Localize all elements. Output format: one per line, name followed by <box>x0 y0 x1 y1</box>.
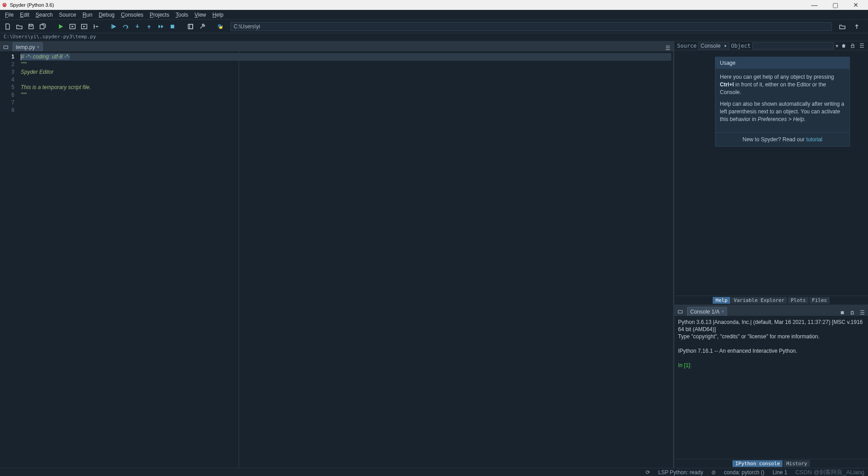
console-tab-label: Console 1/A <box>690 309 719 315</box>
menu-source[interactable]: Source <box>56 11 79 19</box>
help-source-label: Source <box>677 43 696 49</box>
status-bar: ⟳ LSP Python: ready ⊘ conda: pytorch () … <box>0 468 868 476</box>
console-bottom-tabs: IPython console History <box>674 459 868 468</box>
step-over-button[interactable] <box>121 22 131 31</box>
console-tab-bar: Console 1/A × ☰ <box>674 306 868 316</box>
line-gutter: 1 2 3 4 5 6 7 8 <box>0 51 18 468</box>
menu-debug[interactable]: Debug <box>95 11 118 19</box>
run-button[interactable] <box>56 22 66 31</box>
help-lock-icon[interactable] <box>849 42 856 49</box>
svg-rect-8 <box>851 45 854 48</box>
help-bottom-tabs: Help Variable Explorer Plots Files <box>674 296 868 305</box>
help-body: Usage Here you can get help of any objec… <box>674 50 868 296</box>
menu-help[interactable]: Help <box>209 11 227 19</box>
working-dir-input[interactable]: C:\Users\yi <box>231 22 832 31</box>
interrupt-kernel-icon[interactable] <box>839 310 845 316</box>
menu-tools[interactable]: Tools <box>172 11 191 19</box>
svg-rect-5 <box>188 24 193 29</box>
minimize-button[interactable]: — <box>804 0 825 10</box>
title-bar: Spyder (Python 3.6) — ▢ ✕ <box>0 0 868 10</box>
help-options-icon[interactable]: ☰ <box>858 42 865 49</box>
save-all-button[interactable] <box>38 22 48 31</box>
menu-projects[interactable]: Projects <box>147 11 172 19</box>
main-content: temp.py × ☰ 1 2 3 4 5 6 7 8 # -*- coding… <box>0 41 868 468</box>
help-object-label: Object <box>731 43 750 49</box>
save-button[interactable] <box>26 22 36 31</box>
status-line: Line 1 <box>773 469 787 476</box>
status-env: conda: pytorch () <box>724 469 764 476</box>
close-tab-icon[interactable]: × <box>37 45 40 49</box>
editor-browse-tabs-button[interactable] <box>2 43 10 51</box>
help-pane: Source Console ▾ Object ▾ ☰ Usage Here y… <box>674 41 868 306</box>
tab-files[interactable]: Files <box>809 297 830 304</box>
max-pane-button[interactable] <box>185 22 195 31</box>
menu-bar: File Edit Search Source Run Debug Consol… <box>0 10 868 20</box>
menu-search[interactable]: Search <box>32 11 56 19</box>
maximize-button[interactable]: ▢ <box>825 0 845 10</box>
run-selection-button[interactable] <box>91 22 101 31</box>
step-out-button[interactable] <box>144 22 154 31</box>
code-area[interactable]: # -*- coding: utf-8 -*- """ Spyder Edito… <box>18 51 673 468</box>
menu-consoles[interactable]: Consoles <box>118 11 147 19</box>
window-controls: — ▢ ✕ <box>804 0 866 10</box>
tab-help[interactable]: Help <box>713 297 730 304</box>
help-home-icon[interactable] <box>840 42 847 49</box>
svg-rect-10 <box>841 311 844 314</box>
debug-button[interactable] <box>109 22 119 31</box>
console-options: ☰ <box>839 310 865 316</box>
svg-rect-6 <box>190 24 193 29</box>
close-button[interactable]: ✕ <box>845 0 866 10</box>
run-cell-next-button[interactable] <box>79 22 89 31</box>
tab-ipython-console[interactable]: IPython console <box>732 460 782 467</box>
preferences-button[interactable] <box>197 22 207 31</box>
editor-pane: temp.py × ☰ 1 2 3 4 5 6 7 8 # -*- coding… <box>0 41 674 468</box>
parent-dir-button[interactable] <box>852 22 862 31</box>
usage-footer: New to Spyder? Read our tutorial <box>715 132 850 146</box>
right-column: Source Console ▾ Object ▾ ☰ Usage Here y… <box>674 41 868 468</box>
tab-history[interactable]: History <box>783 460 809 467</box>
help-toolbar: Source Console ▾ Object ▾ ☰ <box>674 41 868 50</box>
console-browse-tabs-button[interactable] <box>676 308 684 316</box>
browse-dir-button[interactable] <box>837 22 847 31</box>
tab-plots[interactable]: Plots <box>788 297 808 304</box>
status-lsp: LSP Python: ready <box>658 469 703 476</box>
window-title: Spyder (Python 3.6) <box>10 2 804 8</box>
spyder-app-icon <box>2 2 7 8</box>
svg-rect-3 <box>111 24 112 29</box>
step-into-button[interactable] <box>132 22 142 31</box>
usage-card: Usage Here you can get help of any objec… <box>715 57 850 147</box>
stop-debug-button[interactable] <box>167 22 177 31</box>
editor-body[interactable]: 1 2 3 4 5 6 7 8 # -*- coding: utf-8 -*- … <box>0 51 673 468</box>
new-file-button[interactable] <box>3 22 13 31</box>
usage-body: Here you can get help of any object by p… <box>715 69 850 132</box>
editor-tab-bar: temp.py × ☰ <box>0 41 673 51</box>
console-close-icon[interactable]: × <box>721 309 724 314</box>
watermark-text: CSDN @剑客阿良_ALiang <box>796 468 864 476</box>
file-path-label: C:\Users\yi\.spyder-py3\temp.py <box>0 33 868 41</box>
column-guide <box>239 51 239 468</box>
console-prompt: In [1]: <box>678 362 693 368</box>
main-toolbar: C:\Users\yi <box>0 20 868 33</box>
python-path-button[interactable] <box>215 22 225 31</box>
tutorial-link[interactable]: tutorial <box>806 136 823 143</box>
menu-file[interactable]: File <box>2 11 17 19</box>
open-file-button[interactable] <box>14 22 24 31</box>
continue-button[interactable] <box>156 22 166 31</box>
editor-tab-label: temp.py <box>16 44 35 50</box>
run-cell-button[interactable] <box>68 22 77 31</box>
menu-run[interactable]: Run <box>79 11 95 19</box>
console-tab[interactable]: Console 1/A × <box>687 307 727 316</box>
remove-console-icon[interactable] <box>849 310 855 316</box>
editor-tab-temp[interactable]: temp.py × <box>13 42 43 51</box>
usage-title: Usage <box>715 57 850 69</box>
help-source-combo[interactable]: Console ▾ <box>698 42 729 49</box>
tab-variable-explorer[interactable]: Variable Explorer <box>731 297 787 304</box>
menu-view[interactable]: View <box>191 11 209 19</box>
help-object-input[interactable] <box>752 42 834 49</box>
svg-rect-9 <box>678 310 683 313</box>
editor-options-button[interactable]: ☰ <box>665 45 670 51</box>
console-options-icon[interactable]: ☰ <box>859 310 865 316</box>
console-output[interactable]: Python 3.6.13 |Anaconda, Inc.| (default,… <box>674 316 868 459</box>
env-icon: ⊘ <box>711 469 716 476</box>
menu-edit[interactable]: Edit <box>17 11 32 19</box>
